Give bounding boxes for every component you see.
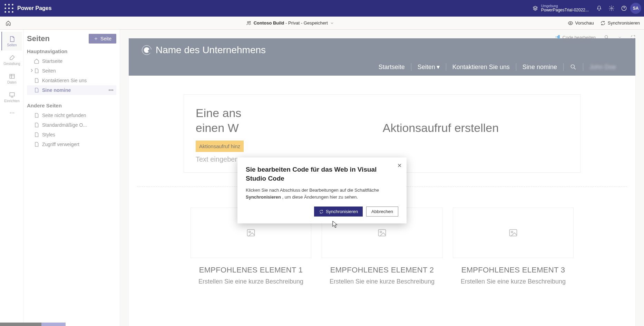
waffle-icon[interactable] [3, 2, 15, 15]
environment-picker[interactable]: Umgebung PowerPagesTrial-02022... [532, 4, 589, 12]
environment-icon [532, 5, 538, 11]
app-bar: Power Pages Umgebung PowerPagesTrial-020… [0, 0, 644, 17]
sync-modal: ✕ Sie bearbeiten Code für das Web in Vis… [237, 157, 407, 223]
svg-point-12 [249, 21, 250, 22]
svg-point-4 [8, 8, 10, 9]
svg-point-8 [12, 11, 13, 13]
notifications-icon[interactable] [593, 2, 605, 15]
product-title: Power Pages [17, 5, 52, 11]
preview-link[interactable]: Vorschau [568, 20, 594, 26]
sync-icon [319, 209, 324, 214]
modal-title: Sie bearbeiten Code für das Web in Visua… [246, 165, 398, 183]
settings-icon[interactable] [605, 2, 618, 15]
help-icon[interactable] [618, 2, 630, 15]
context-bar: Contoso Build - Privat - Gespeichert Vor… [0, 17, 644, 30]
svg-point-6 [4, 11, 6, 13]
chevron-down-icon[interactable] [330, 21, 334, 25]
people-icon [246, 20, 252, 26]
sync-button[interactable]: Synchronisieren [314, 207, 363, 217]
svg-point-7 [8, 11, 10, 13]
env-name: PowerPagesTrial-02022... [541, 8, 589, 12]
svg-point-0 [4, 4, 6, 6]
modal-body: Klicken Sie nach Abschluss der Bearbeitu… [246, 187, 398, 200]
sync-link[interactable]: Synchronisieren [600, 20, 640, 26]
close-icon[interactable]: ✕ [397, 162, 402, 169]
home-icon[interactable] [4, 20, 12, 26]
user-avatar[interactable]: SA [630, 3, 641, 14]
svg-point-13 [570, 22, 571, 24]
site-status: - Privat - Gespeichert [284, 20, 328, 26]
svg-point-5 [12, 8, 13, 9]
svg-point-9 [611, 8, 613, 9]
site-name: Contoso Build [254, 20, 284, 26]
cancel-button[interactable]: Abbrechen [366, 207, 398, 217]
svg-point-2 [12, 4, 13, 6]
svg-point-1 [8, 4, 10, 6]
sync-icon [600, 20, 606, 26]
svg-point-3 [4, 8, 6, 9]
eye-icon [568, 20, 573, 26]
svg-point-11 [247, 21, 249, 23]
